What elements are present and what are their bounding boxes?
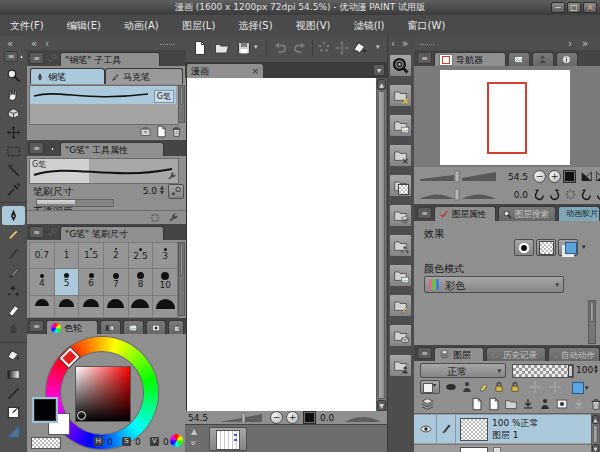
tone-effect-button[interactable] [536,239,556,256]
delete-subtool-icon[interactable] [170,125,183,138]
right-panels-collapse-icon[interactable]: » [582,39,588,49]
canvas-tab-close-icon[interactable]: × [251,64,259,78]
fill-icon[interactable] [352,40,368,56]
tool-airbrush-button[interactable] [2,263,25,282]
size-cell[interactable]: 2.5 [129,243,154,269]
tool-move-layer-button[interactable] [2,123,25,142]
tool-zoom-button[interactable] [2,66,25,85]
menu-edit[interactable]: 编辑(E) [57,15,111,36]
tool-eraser-button[interactable] [2,301,25,320]
tool-pencil-button[interactable] [2,225,25,244]
material-folder-pose-button[interactable] [389,354,412,377]
rotate-left-icon[interactable] [533,188,546,201]
material-folder-x-button[interactable]: × [389,144,412,167]
canvas-tab[interactable]: 漫画 × [186,63,264,78]
flip-vertical-icon[interactable] [595,170,600,183]
blend-mode-dropdown[interactable]: 正常 ▾ [420,363,506,378]
size-cell[interactable]: 0.7 [30,243,55,269]
menu-view[interactable]: 视图(V) [286,15,341,36]
material-folder-tone-button[interactable] [389,174,412,197]
layer-property-scrollbar[interactable] [588,300,596,344]
brush-size-panel-tab[interactable]: "G笔" 笔刷尺寸 [60,226,164,240]
color-wheel-tab[interactable]: 色轮 [46,320,98,334]
tool-operate-button[interactable] [2,104,25,123]
stepper-down-icon[interactable]: ▼ [160,190,164,194]
size-cell[interactable]: 3 [153,243,178,269]
page-thumbnail[interactable] [209,427,247,451]
material-folder-image-button[interactable] [389,114,412,137]
tool-gradient-button[interactable] [2,365,25,384]
tool-blend-button[interactable] [2,320,25,339]
subtool-panel-tab[interactable]: "钢笔" 子工具 [60,52,160,66]
save-file-icon[interactable] [236,40,252,56]
effect-more-icon[interactable]: ▾ [582,244,586,251]
scroll-up-icon[interactable]: ▲ [594,417,598,423]
menu-animation[interactable]: 动画(A) [114,15,169,36]
tool-property-tab[interactable]: "G笔" 工具属性 [60,142,164,156]
nav-zoom-in-button[interactable]: + [548,170,561,183]
reset-rotation-icon[interactable] [564,188,577,201]
tool-ruler-button[interactable] [2,422,25,441]
quick-zoom-button[interactable] [389,54,412,77]
menu-select[interactable]: 选择(S) [228,15,282,36]
subtool-panel-menu-button[interactable]: ≡ [29,52,44,64]
tool-hand-button[interactable] [2,85,25,104]
layer-thumbnail[interactable] [460,418,488,441]
tool-fill-button[interactable] [2,346,25,365]
color-history-tab[interactable] [168,320,184,334]
navigator-zoom-value[interactable]: 54.5 [502,172,528,182]
lock-transparent-icon[interactable] [508,380,522,394]
canvas-zoom-value[interactable]: 54.5 [188,413,208,423]
delete-layer-icon[interactable] [589,397,600,411]
information-tab[interactable] [556,52,578,66]
menu-filter[interactable]: 滤镜(I) [344,15,395,36]
size-cell[interactable]: 8 [129,269,154,296]
scroll-up-icon[interactable]: ▲ [379,81,384,88]
flip-horizontal-icon[interactable] [580,170,593,183]
scroll-thumb[interactable] [378,91,385,399]
subview-tab[interactable] [508,52,530,66]
size-cell[interactable]: 4 [30,269,55,296]
sv-square[interactable] [75,366,131,422]
toolbar-overflow-icon[interactable]: ▾ [376,44,380,51]
material-folder-close-button[interactable]: × [389,84,412,107]
redo-icon[interactable] [292,40,308,56]
material-folder-picture-button[interactable] [389,264,412,287]
nav-fit-button[interactable] [564,171,575,182]
tool-eyedropper-button[interactable] [2,180,25,199]
right-panels-next-icon[interactable]: › [568,39,572,49]
save-dropdown-icon[interactable]: ▾ [254,44,258,51]
page-last-icon[interactable]: » [188,440,198,446]
size-cell[interactable] [55,296,80,318]
brush-size-value[interactable]: 5.0 [133,186,157,196]
toolbox-collapse-button[interactable]: « [7,39,13,49]
tool-marquee-button[interactable] [2,142,25,161]
zoom-in-button[interactable]: + [286,411,299,424]
palette-color-dropdown-icon[interactable]: ▾ [585,384,589,392]
subtool-group-pen-tab[interactable]: 钢笔 [30,68,105,84]
strip-expand-icon[interactable]: » [402,39,408,49]
size-cell[interactable] [79,296,104,318]
minimize-button[interactable]: ─ [551,2,565,13]
size-cell[interactable]: 7 [104,269,129,296]
left-panels-prev-button[interactable]: ‹ [45,39,49,49]
size-cell[interactable]: 6 [79,269,104,296]
navigator-rotate-value[interactable]: 0.0 [502,190,528,200]
tool-figure-button[interactable] [2,384,25,403]
stepper-down-icon[interactable]: ▼ [594,369,598,373]
color-menu-button[interactable]: ≡ [29,320,44,332]
size-cell[interactable] [30,296,55,318]
size-cell[interactable]: 1.5 [79,243,104,269]
new-vector-layer-icon[interactable] [487,397,501,411]
rotate-90-left-icon[interactable] [580,188,593,201]
quick-access-tab[interactable] [532,52,554,66]
canvas-rotate-value[interactable]: 0.0 [320,413,334,423]
undo-icon[interactable] [272,40,288,56]
layer-row-paper[interactable] [414,444,591,452]
foreground-color-swatch[interactable] [34,399,56,421]
zoom-out-button[interactable]: − [270,411,283,424]
history-tab[interactable]: 历史记录 [486,347,546,361]
brush-size-stepper[interactable]: ▲ ▼ [160,185,164,194]
close-button[interactable]: × [583,2,597,13]
layers-tab[interactable]: 图层 [434,347,484,361]
